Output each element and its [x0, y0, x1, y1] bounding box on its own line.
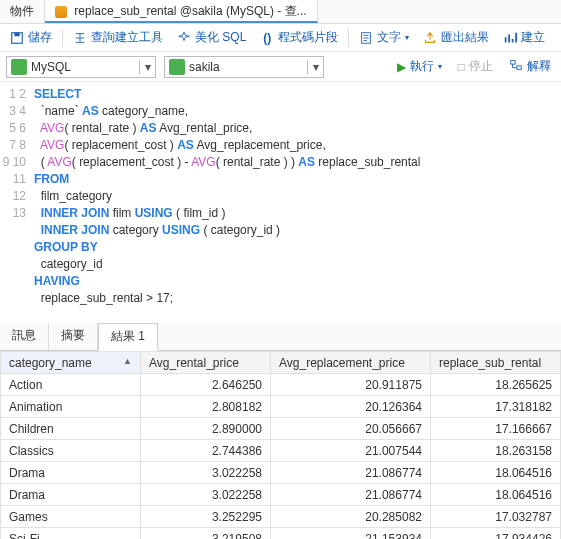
tab-query-label: replace_sub_rental @sakila (MySQL) - 查..…	[74, 4, 306, 18]
svg-rect-1	[14, 32, 19, 36]
explain-label: 解釋	[527, 58, 551, 75]
stop-label: 停止	[469, 58, 493, 75]
table-row[interactable]: Classics2.74438621.00754418.263158	[1, 440, 561, 462]
disk-icon	[10, 31, 24, 45]
stop-icon: □	[458, 60, 465, 74]
result-tabbar: 訊息 摘要 結果 1	[0, 323, 561, 351]
cell-avg-rental[interactable]: 2.744386	[141, 440, 271, 462]
cell-avg-rental[interactable]: 2.890000	[141, 418, 271, 440]
database-selector[interactable]: sakila ▾	[164, 56, 324, 78]
text-label: 文字	[377, 29, 401, 46]
cell-replace-sub[interactable]: 17.318182	[431, 396, 561, 418]
table-row[interactable]: Drama3.02225821.08677418.064516	[1, 462, 561, 484]
cell-avg-replacement[interactable]: 20.911875	[271, 374, 431, 396]
col-label: category_name	[9, 356, 92, 370]
wrench-icon	[73, 31, 87, 45]
cell-avg-replacement[interactable]: 21.007544	[271, 440, 431, 462]
separator	[348, 29, 349, 47]
stop-button[interactable]: □ 停止	[454, 56, 497, 77]
connection-row: MySQL ▾ sakila ▾ ▶ 執行 ▾ □ 停止 解釋	[0, 52, 561, 82]
sort-asc-icon: ▲	[123, 356, 132, 366]
mysql-icon	[11, 59, 27, 75]
database-label: sakila	[189, 60, 307, 74]
cell-replace-sub[interactable]: 18.263158	[431, 440, 561, 462]
sql-code[interactable]: SELECT `name` AS category_name, AVG( ren…	[34, 86, 424, 307]
chevron-down-icon: ▾	[139, 60, 155, 74]
cell-avg-rental[interactable]: 3.252295	[141, 506, 271, 528]
cell-category[interactable]: Children	[1, 418, 141, 440]
document-icon	[359, 31, 373, 45]
play-icon: ▶	[397, 60, 406, 74]
cell-replace-sub[interactable]: 17.032787	[431, 506, 561, 528]
grid-header-row: category_name ▲ Avg_rental_price Avg_rep…	[1, 352, 561, 374]
cell-avg-replacement[interactable]: 20.285082	[271, 506, 431, 528]
sparkle-icon	[177, 31, 191, 45]
beautify-button[interactable]: 美化 SQL	[171, 27, 252, 48]
cell-replace-sub[interactable]: 17.934426	[431, 528, 561, 540]
export-button[interactable]: 匯出結果	[417, 27, 495, 48]
run-label: 執行	[410, 58, 434, 75]
separator	[62, 29, 63, 47]
cell-avg-replacement[interactable]: 21.086774	[271, 462, 431, 484]
line-gutter: 1 2 3 4 5 6 7 8 9 10 11 12 13	[0, 86, 34, 307]
cell-replace-sub[interactable]: 17.166667	[431, 418, 561, 440]
snippet-label: 程式碼片段	[278, 29, 338, 46]
save-label: 儲存	[28, 29, 52, 46]
sql-file-icon	[55, 6, 67, 18]
table-row[interactable]: Games3.25229520.28508217.032787	[1, 506, 561, 528]
tab-result1[interactable]: 結果 1	[98, 323, 158, 351]
snippet-button[interactable]: () 程式碼片段	[254, 27, 344, 48]
cell-category[interactable]: Classics	[1, 440, 141, 462]
col-replace-sub-rental[interactable]: replace_sub_rental	[431, 352, 561, 374]
explain-button[interactable]: 解釋	[505, 56, 555, 77]
main-toolbar: 儲存 查詢建立工具 美化 SQL () 程式碼片段 文字 ▾ 匯出結果 建立	[0, 24, 561, 52]
connection-label: MySQL	[31, 60, 139, 74]
create-button[interactable]: 建立	[497, 27, 551, 48]
tab-query[interactable]: replace_sub_rental @sakila (MySQL) - 查..…	[45, 0, 318, 23]
sql-editor[interactable]: 1 2 3 4 5 6 7 8 9 10 11 12 13 SELECT `na…	[0, 82, 561, 317]
result-grid[interactable]: category_name ▲ Avg_rental_price Avg_rep…	[0, 351, 561, 539]
col-category-name[interactable]: category_name ▲	[1, 352, 141, 374]
cell-replace-sub[interactable]: 18.064516	[431, 462, 561, 484]
cell-avg-rental[interactable]: 3.219508	[141, 528, 271, 540]
chevron-down-icon: ▾	[307, 60, 323, 74]
col-avg-replacement-price[interactable]: Avg_replacement_price	[271, 352, 431, 374]
cell-avg-rental[interactable]: 3.022258	[141, 484, 271, 506]
cell-avg-rental[interactable]: 3.022258	[141, 462, 271, 484]
save-button[interactable]: 儲存	[4, 27, 58, 48]
cell-avg-replacement[interactable]: 21.153934	[271, 528, 431, 540]
col-avg-rental-price[interactable]: Avg_rental_price	[141, 352, 271, 374]
tab-messages[interactable]: 訊息	[0, 323, 49, 350]
table-row[interactable]: Children2.89000020.05666717.166667	[1, 418, 561, 440]
table-row[interactable]: Action2.64625020.91187518.265625	[1, 374, 561, 396]
cell-category[interactable]: Drama	[1, 484, 141, 506]
cell-replace-sub[interactable]: 18.064516	[431, 484, 561, 506]
cell-replace-sub[interactable]: 18.265625	[431, 374, 561, 396]
text-button[interactable]: 文字 ▾	[353, 27, 415, 48]
cell-category[interactable]: Games	[1, 506, 141, 528]
cell-avg-replacement[interactable]: 20.126364	[271, 396, 431, 418]
cell-category[interactable]: Animation	[1, 396, 141, 418]
export-icon	[423, 31, 437, 45]
query-builder-button[interactable]: 查詢建立工具	[67, 27, 169, 48]
cell-avg-rental[interactable]: 2.646250	[141, 374, 271, 396]
chart-icon	[503, 31, 517, 45]
cell-avg-replacement[interactable]: 20.056667	[271, 418, 431, 440]
cell-avg-replacement[interactable]: 21.086774	[271, 484, 431, 506]
svg-rect-4	[517, 66, 521, 70]
run-button[interactable]: ▶ 執行 ▾	[393, 56, 446, 77]
chevron-down-icon: ▾	[438, 62, 442, 71]
table-row[interactable]: Drama3.02225821.08677418.064516	[1, 484, 561, 506]
create-label: 建立	[521, 29, 545, 46]
table-row[interactable]: Sci-Fi3.21950821.15393417.934426	[1, 528, 561, 540]
connection-selector[interactable]: MySQL ▾	[6, 56, 156, 78]
cell-avg-rental[interactable]: 2.808182	[141, 396, 271, 418]
svg-rect-3	[511, 61, 515, 65]
cell-category[interactable]: Drama	[1, 462, 141, 484]
tab-summary[interactable]: 摘要	[49, 323, 98, 350]
tab-objects[interactable]: 物件	[0, 0, 45, 23]
table-row[interactable]: Animation2.80818220.12636417.318182	[1, 396, 561, 418]
cell-category[interactable]: Sci-Fi	[1, 528, 141, 540]
cell-category[interactable]: Action	[1, 374, 141, 396]
export-label: 匯出結果	[441, 29, 489, 46]
